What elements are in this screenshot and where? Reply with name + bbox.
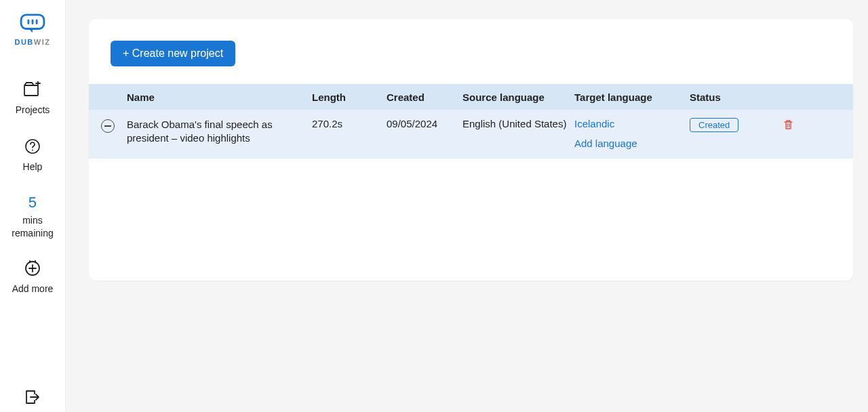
- sidebar-item-help[interactable]: Help: [23, 137, 43, 172]
- cell-name: Barack Obama's final speech as president…: [127, 118, 312, 146]
- logo-icon: [20, 14, 45, 34]
- status-badge: Created: [690, 118, 738, 132]
- svg-rect-1: [27, 19, 29, 24]
- cell-source: English (United States): [462, 118, 574, 129]
- logout-icon: [23, 388, 42, 407]
- header-target: Target language: [574, 91, 690, 103]
- cell-created: 09/05/2024: [387, 118, 462, 129]
- mins-label-2: remaining: [12, 227, 53, 240]
- target-language-link[interactable]: Icelandic: [574, 118, 690, 129]
- sidebar: DUBWIZ Projects Help: [0, 0, 66, 412]
- header-source: Source language: [462, 91, 574, 103]
- svg-rect-2: [32, 19, 34, 24]
- header-status: Status: [690, 91, 768, 103]
- projects-card: + Create new project Name Length Created…: [89, 19, 853, 281]
- svg-rect-4: [24, 85, 38, 96]
- help-label: Help: [23, 161, 43, 172]
- add-more-icon: [23, 259, 42, 278]
- logo-text: DUBWIZ: [14, 38, 50, 46]
- collapse-icon[interactable]: [101, 119, 115, 133]
- sidebar-item-projects[interactable]: Projects: [16, 80, 50, 115]
- delete-icon[interactable]: [783, 119, 793, 132]
- create-project-button[interactable]: + Create new project: [111, 41, 235, 66]
- projects-icon: [23, 80, 42, 99]
- header-length: Length: [312, 91, 387, 103]
- mins-value: 5: [28, 194, 37, 211]
- table-header: Name Length Created Source language Targ…: [89, 84, 853, 110]
- add-language-link[interactable]: Add language: [574, 138, 690, 149]
- sidebar-item-logout[interactable]: [23, 388, 42, 412]
- help-icon: [23, 137, 42, 156]
- svg-point-6: [32, 150, 33, 151]
- mins-label-1: mins: [22, 214, 43, 227]
- logo[interactable]: DUBWIZ: [14, 14, 50, 46]
- cell-length: 270.2s: [312, 118, 387, 129]
- header-created: Created: [387, 91, 462, 103]
- add-more-label: Add more: [12, 283, 54, 294]
- svg-rect-3: [36, 19, 38, 24]
- header-name: Name: [127, 91, 312, 103]
- mins-remaining: 5 mins remaining: [12, 194, 53, 240]
- main: + Create new project Name Length Created…: [66, 0, 868, 412]
- sidebar-item-add-more[interactable]: Add more: [12, 259, 54, 294]
- projects-label: Projects: [16, 104, 50, 115]
- table-row: Barack Obama's final speech as president…: [89, 110, 853, 159]
- projects-table: Name Length Created Source language Targ…: [89, 84, 853, 159]
